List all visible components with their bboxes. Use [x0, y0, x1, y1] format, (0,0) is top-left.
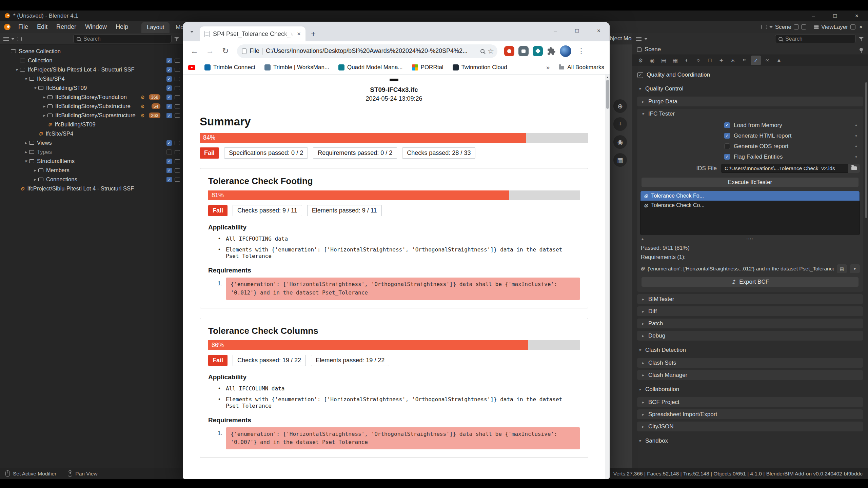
- section-collaboration[interactable]: Collaboration: [637, 382, 863, 395]
- teal-extension-icon[interactable]: [533, 46, 543, 56]
- section-sandbox[interactable]: Sandbox: [637, 434, 863, 446]
- screen-toggle-icon[interactable]: [175, 95, 180, 99]
- collapsed-subpanel[interactable]: BIMTester: [637, 294, 863, 304]
- screen-toggle-icon[interactable]: [175, 150, 180, 154]
- grid-ortho-icon[interactable]: [613, 153, 627, 167]
- collection-checkbox[interactable]: [166, 104, 172, 109]
- disclosure-triangle-icon[interactable]: [13, 67, 20, 72]
- property-tab-icon[interactable]: [635, 56, 646, 65]
- collection-checkbox[interactable]: [166, 67, 172, 73]
- checkbox[interactable]: [724, 143, 730, 149]
- collection-checkbox[interactable]: [166, 85, 172, 91]
- disclosure-triangle-icon[interactable]: [22, 76, 29, 81]
- collapsed-subpanel[interactable]: Patch: [637, 319, 863, 328]
- disclosure-triangle-icon[interactable]: [32, 85, 38, 90]
- collection-checkbox[interactable]: [166, 159, 172, 164]
- outliner-row[interactable]: StructuralItems: [0, 157, 183, 166]
- outliner-row[interactable]: IfcProject/Sibiu-Pitesti Lot 4 - Structu…: [0, 184, 183, 193]
- forward-icon[interactable]: [203, 44, 217, 58]
- tab-search-button[interactable]: [187, 27, 197, 37]
- decorator-dot-icon[interactable]: [855, 143, 857, 150]
- editor-type-icon[interactable]: [3, 37, 9, 41]
- collapsed-subpanel[interactable]: Diff: [637, 306, 863, 316]
- outliner-search-input[interactable]: Search: [73, 35, 172, 43]
- collection-checkbox[interactable]: [166, 177, 172, 182]
- outliner-row[interactable]: IfcBuilding/ST09: [0, 83, 183, 93]
- property-tab-icon[interactable]: [728, 56, 738, 65]
- pin-scene-icon[interactable]: [794, 24, 799, 29]
- disclosure-triangle-icon[interactable]: [22, 159, 29, 164]
- outliner-row[interactable]: Views: [0, 138, 183, 147]
- resize-grip[interactable]: [747, 237, 754, 242]
- property-tab-icon[interactable]: [670, 56, 680, 65]
- scrollbar-thumb[interactable]: [606, 80, 609, 109]
- pin-icon[interactable]: [860, 48, 863, 51]
- specification-row[interactable]: Tolerance Check Co...: [640, 201, 860, 210]
- scroll-up-icon[interactable]: [605, 75, 610, 80]
- collection-checkbox[interactable]: [166, 140, 172, 146]
- browser-menu-icon[interactable]: [575, 47, 587, 56]
- outliner-row[interactable]: IfcBuildingStorey/Foundation 368: [0, 93, 183, 102]
- workspace-tab[interactable]: Layout: [141, 22, 170, 33]
- property-tab-icon[interactable]: [693, 56, 704, 65]
- collapsed-subpanel[interactable]: BCF Project: [637, 397, 863, 407]
- remove-viewlayer-icon[interactable]: [858, 24, 864, 30]
- chrome-minimize-icon[interactable]: [545, 22, 566, 40]
- list-view-icon[interactable]: [837, 264, 847, 273]
- checkbox[interactable]: [724, 154, 730, 160]
- new-viewlayer-icon[interactable]: [850, 24, 855, 29]
- screen-toggle-icon[interactable]: [175, 104, 180, 108]
- screen-toggle-icon[interactable]: [175, 59, 180, 63]
- collection-checkbox[interactable]: [166, 113, 172, 118]
- property-tab-icon[interactable]: [751, 56, 761, 65]
- capture-extension-icon[interactable]: [518, 46, 529, 56]
- checkbox[interactable]: [724, 133, 730, 139]
- screen-toggle-icon[interactable]: [175, 77, 180, 81]
- disclosure-triangle-icon[interactable]: [32, 168, 38, 173]
- disclosure-triangle-icon[interactable]: [32, 177, 38, 182]
- screen-toggle-icon[interactable]: [175, 141, 180, 145]
- section-clash-detection[interactable]: Clash Detection: [637, 343, 863, 355]
- close-icon[interactable]: [854, 13, 860, 19]
- collapsed-subpanel[interactable]: Clash Manager: [637, 370, 863, 380]
- menu-item[interactable]: Render: [52, 22, 81, 32]
- collection-checkbox[interactable]: [166, 58, 172, 63]
- collection-checkbox[interactable]: [166, 168, 172, 173]
- disclosure-triangle-icon[interactable]: [22, 149, 29, 155]
- screen-toggle-icon[interactable]: [175, 114, 180, 118]
- zoom-icon[interactable]: [613, 99, 627, 113]
- display-mode-icon[interactable]: [17, 37, 22, 41]
- profile-avatar[interactable]: [560, 45, 571, 57]
- collection-checkbox[interactable]: [166, 76, 172, 82]
- property-tab-icon[interactable]: [682, 56, 692, 65]
- reload-icon[interactable]: [219, 44, 232, 58]
- ids-file-field[interactable]: C:\Users\Innovations\...Tolerance Check_…: [721, 164, 848, 173]
- specification-row[interactable]: Tolerance Check Fo...: [640, 191, 860, 201]
- disclosure-triangle-icon[interactable]: [41, 104, 47, 109]
- disclosure-triangle-icon[interactable]: [22, 140, 29, 145]
- blender-menu-logo-icon[interactable]: [4, 24, 11, 30]
- collapsed-subpanel[interactable]: Debug: [637, 331, 863, 341]
- outliner-row[interactable]: IfcSite/SP4: [0, 74, 183, 83]
- content-scrollbar[interactable]: [605, 75, 610, 479]
- filter-icon[interactable]: [174, 37, 179, 41]
- new-scene-icon[interactable]: [801, 24, 806, 29]
- tab-close-icon[interactable]: [297, 30, 301, 38]
- outliner-row[interactable]: IfcBuilding/ST09: [0, 120, 183, 129]
- property-tab-icon[interactable]: [705, 56, 715, 65]
- collection-checkbox[interactable]: [166, 95, 172, 100]
- decorator-dot-icon[interactable]: [855, 122, 857, 129]
- outliner-row[interactable]: IfcBuildingStorey/Suprastructure 263: [0, 111, 183, 120]
- collapsed-subpanel[interactable]: Clash Sets: [637, 358, 863, 368]
- chrome-close-icon[interactable]: [588, 22, 610, 40]
- bookmark-item[interactable]: [188, 65, 195, 70]
- bookmark-item[interactable]: Quadri Model Mana...: [338, 64, 402, 71]
- browser-tab[interactable]: SP4 Pset_Tolerance Check_v2.ids: [200, 26, 305, 41]
- checkbox[interactable]: [724, 122, 730, 128]
- bookmark-item[interactable]: Trimble | WorksMan...: [264, 64, 329, 71]
- outliner-row[interactable]: Connections: [0, 175, 183, 184]
- menu-item[interactable]: Window: [81, 22, 111, 32]
- disclosure-triangle-icon[interactable]: [41, 113, 47, 118]
- filter-icon[interactable]: [859, 37, 864, 41]
- screen-toggle-icon[interactable]: [175, 159, 180, 163]
